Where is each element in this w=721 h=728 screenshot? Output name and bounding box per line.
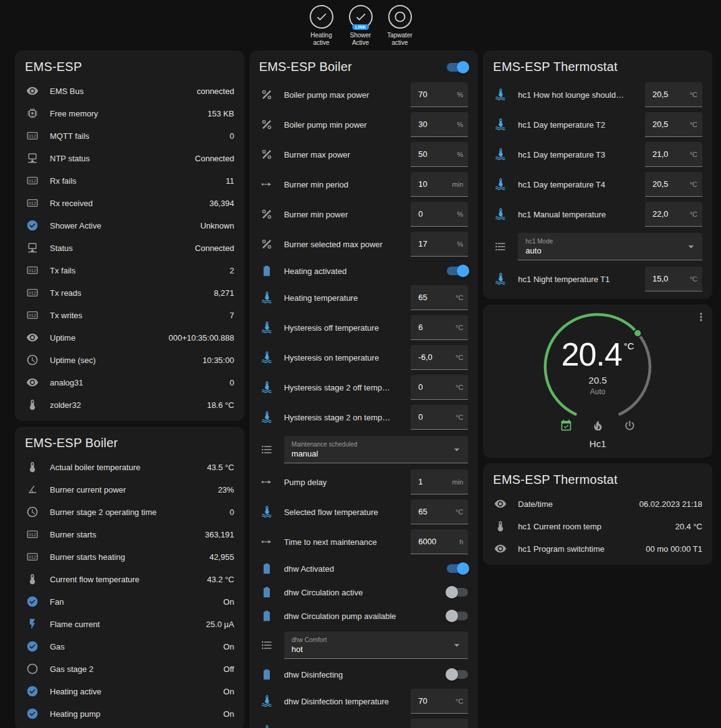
angle-icon xyxy=(25,482,40,497)
card-title: EMS-ESP Thermostat xyxy=(493,60,618,74)
entity-row[interactable]: Actual boiler temperature43.5 °C xyxy=(15,456,244,478)
badge-tapwater-active[interactable]: Tapwater active xyxy=(382,5,418,47)
entity-name: Burner max power xyxy=(284,150,411,159)
entity-row[interactable]: Free memory153 KB xyxy=(15,102,244,125)
entity-name: dhw Circulation pump available xyxy=(284,612,442,621)
number-input[interactable]: 6°C xyxy=(411,315,468,340)
entity-row: Hysteresis stage 2 on temp…0°C xyxy=(249,402,479,432)
entity-name: Burner selected max power xyxy=(284,240,411,249)
entity-row[interactable]: Burner current power23% xyxy=(15,478,244,501)
number-input[interactable]: 0% xyxy=(411,202,468,227)
number-input[interactable]: 22,0°C xyxy=(645,202,702,227)
entity-row[interactable]: 012MQTT fails0 xyxy=(15,125,244,147)
entity-row[interactable]: GasOn xyxy=(15,635,244,658)
number-input[interactable]: 20,5°C xyxy=(645,172,702,197)
entity-row[interactable]: analog310 xyxy=(15,371,244,394)
entity-row[interactable]: 012Burner starts363,191 xyxy=(15,523,244,546)
select-input[interactable]: dhw Comforthot xyxy=(284,631,469,659)
entity-row[interactable]: 012Rx fails11 xyxy=(15,169,244,192)
number-input[interactable]: 10min xyxy=(411,172,468,197)
number-unit: % xyxy=(457,91,464,98)
number-input[interactable]: 30% xyxy=(411,112,468,137)
number-input[interactable]: 1min xyxy=(411,470,468,494)
number-input[interactable]: 0°C xyxy=(411,405,468,430)
number-input[interactable]: 6000h xyxy=(411,529,468,554)
number-input[interactable]: 20,5°C xyxy=(645,112,702,137)
entity-row[interactable]: Shower ActiveUnknown xyxy=(15,214,244,237)
entity-row[interactable]: StatusConnected xyxy=(15,237,244,259)
toggle-knob xyxy=(446,668,458,681)
toggle-switch[interactable] xyxy=(447,670,468,679)
entity-name: Pump delay xyxy=(284,478,411,487)
entity-row[interactable]: EMS Busconnected xyxy=(15,80,244,102)
entity-row[interactable]: zolder3218.6 °C xyxy=(15,394,244,416)
entity-row[interactable]: Gas stage 2Off xyxy=(15,658,244,680)
number-value: 15,0 xyxy=(652,274,668,283)
caret-down-icon xyxy=(684,239,699,254)
number-input[interactable]: 20,5°C xyxy=(645,82,702,107)
entity-row[interactable]: Uptime (sec)10:35:00 xyxy=(15,349,244,371)
more-menu-icon[interactable] xyxy=(695,311,707,326)
entity-row[interactable]: Heating pumpOn xyxy=(15,702,244,725)
number-input[interactable]: 70% xyxy=(411,82,468,107)
entity-row[interactable]: Heating activeOn xyxy=(15,680,244,702)
entity-name: NTP status xyxy=(50,154,190,163)
number-input[interactable]: 15,0°C xyxy=(645,267,702,291)
number-input[interactable]: 21,0°C xyxy=(645,142,702,167)
percent-icon xyxy=(259,147,274,162)
column-right: EMS-ESP Thermostathc1 How hot lounge sho… xyxy=(483,50,712,565)
thermostat-dial[interactable]: 20.4°C20.5Auto xyxy=(526,312,669,422)
entity-name: dhw Disinfection temperature xyxy=(284,697,411,706)
number-input[interactable]: 65°C xyxy=(411,499,468,524)
number-input[interactable]: 17% xyxy=(411,232,468,257)
entity-row[interactable]: 012Rx received36,394 xyxy=(15,192,244,214)
card-header: EMS-ESP Boiler xyxy=(15,427,244,456)
entity-row[interactable]: Date/time06.02.2023 21:18 xyxy=(483,493,712,515)
card-header: EMS-ESP Thermostat xyxy=(483,463,712,493)
entity-row[interactable]: FanOn xyxy=(15,590,244,613)
thermometer-icon xyxy=(25,460,40,475)
number-unit: °C xyxy=(690,91,697,98)
entity-state: 7 xyxy=(229,311,234,320)
entity-row[interactable]: 012Tx fails2 xyxy=(15,259,244,281)
entity-row[interactable]: NTP statusConnected xyxy=(15,147,244,169)
toggle-switch[interactable] xyxy=(447,612,468,620)
toggle-switch[interactable] xyxy=(447,267,468,275)
number-input[interactable]: 65°C xyxy=(411,285,468,310)
card-enable-toggle[interactable] xyxy=(447,63,468,72)
toggle-switch[interactable] xyxy=(447,564,468,573)
battery-icon xyxy=(259,561,274,576)
ray-icon xyxy=(259,177,274,192)
number-input[interactable]: 70°C xyxy=(411,689,468,714)
entity-row[interactable]: Burner stage 2 operating time0 xyxy=(15,501,244,523)
thermo-water-icon xyxy=(493,147,508,162)
entity-row[interactable]: hc1 Program switchtime00 mo 00:00 T1 xyxy=(483,537,712,560)
number-input[interactable]: 40°C xyxy=(411,719,468,728)
entity-state: 2 xyxy=(229,266,234,275)
entity-row[interactable]: 012Burner starts heating42,955 xyxy=(15,546,244,568)
entity-row[interactable]: hc1 Current room temp20.4 °C xyxy=(483,515,712,537)
caret-down-icon xyxy=(449,442,464,457)
select-input[interactable]: hc1 Modeauto xyxy=(518,233,702,260)
thermo-water-icon xyxy=(259,724,274,728)
eye-icon xyxy=(25,83,40,98)
number-input[interactable]: -6,0°C xyxy=(411,345,468,370)
number-input[interactable]: 50% xyxy=(411,142,468,167)
toggle-switch[interactable] xyxy=(447,588,468,597)
number-input[interactable]: 0°C xyxy=(411,375,468,400)
entity-row[interactable]: Flame current25.0 µA xyxy=(15,613,244,635)
entity-name: Time to next maintenance xyxy=(284,537,411,547)
select-input[interactable]: Maintenance scheduledmanual xyxy=(284,436,469,463)
entity-row[interactable]: Uptime000+10:35:00.888 xyxy=(15,326,244,349)
entity-row: Hysteresis off temperature6°C xyxy=(249,313,479,343)
entity-row: Selected flow temperature65°C xyxy=(249,497,479,527)
select-label: hc1 Mode xyxy=(525,238,684,245)
entity-row: Time to next maintenance6000h xyxy=(249,527,479,557)
number-value: 0 xyxy=(418,412,423,422)
entity-row[interactable]: 012Tx reads8,271 xyxy=(15,281,244,304)
badge-shower-active[interactable]: LINKShower Active xyxy=(343,5,379,47)
badge-heating-active[interactable]: Heating active xyxy=(303,5,340,47)
entity-row[interactable]: 012Tx writes7 xyxy=(15,304,244,326)
entity-row[interactable]: Current flow temperature43.2 °C xyxy=(15,568,244,590)
entity-state: 363,191 xyxy=(205,530,234,539)
